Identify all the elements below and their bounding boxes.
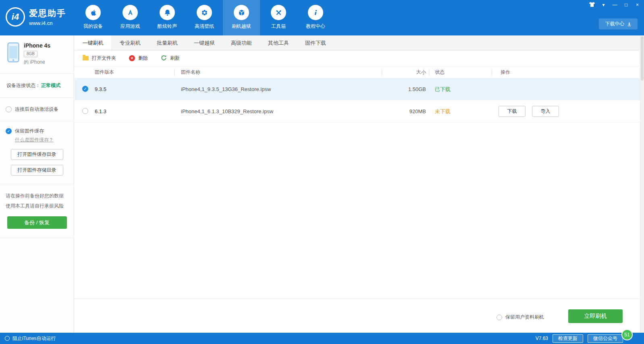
warning-section: 请在操作前备份好您的数据 使用本工具请自行承担风险 备份 / 恢复 — [0, 184, 74, 238]
nav-item-my-device[interactable]: 我的设备 — [75, 0, 112, 35]
block-itunes-label: 阻止iTunes自动运行 — [12, 335, 56, 342]
nav-item-flash-jailbreak[interactable]: 刷机越狱 — [223, 0, 260, 35]
logo-text: 爱思助手 www.i4.cn — [29, 8, 66, 26]
statusbar: 阻止iTunes自动运行 V7.63 检查更新 微信公众号 51 — [0, 333, 644, 344]
info-icon — [308, 5, 323, 20]
vertical-scrollbar[interactable] — [640, 35, 644, 333]
nav-item-apps-games[interactable]: 应用游戏 — [112, 0, 149, 35]
notification-badge[interactable]: 51 — [621, 329, 633, 340]
flash-footer: 保留用户资料刷机 立即刷机 — [75, 298, 640, 333]
row-version: 6.1.3 — [95, 100, 106, 122]
nav-item-toolbox[interactable]: 工具箱 — [260, 0, 297, 35]
iphone-device-icon — [7, 42, 19, 66]
cache-help-link[interactable]: 什么是固件缓存？ — [15, 137, 54, 143]
firmware-row-935[interactable]: ✓ 9.3.5 iPhone4,1_9.3.5_13G36_Restore.ip… — [75, 78, 640, 100]
row-filename: iPhone4,1_6.1.3_10B329_Restore.ipsw — [181, 100, 273, 122]
scrollbar-thumb[interactable] — [641, 36, 644, 81]
package-box-icon — [234, 5, 249, 20]
refresh-icon — [161, 55, 167, 62]
apple-icon — [85, 5, 101, 20]
delete-tool[interactable]: × 删除 — [129, 55, 148, 62]
keep-user-data-radio[interactable] — [497, 315, 502, 320]
block-itunes-option[interactable]: 阻止iTunes自动运行 — [5, 335, 56, 342]
tab-firmware-download[interactable]: 固件下载 — [297, 35, 334, 50]
nav-label-flash-jailbreak: 刷机越狱 — [232, 23, 251, 30]
theme-skin-icon[interactable] — [589, 2, 595, 8]
flash-now-button[interactable]: 立即刷机 — [568, 309, 623, 323]
app-window: i4 爱思助手 www.i4.cn 我的设备 应用游戏 — [0, 0, 644, 344]
nav-item-tutorials[interactable]: 教程中心 — [297, 0, 334, 35]
tab-one-key-flash[interactable]: 一键刷机 — [75, 35, 112, 50]
auto-activate-label: 连接后自动激活设备 — [15, 106, 58, 113]
nav-label-tutorials: 教程中心 — [306, 23, 325, 30]
app-url: www.i4.cn — [29, 20, 66, 26]
device-owner: 的 iPhone — [24, 59, 50, 66]
menu-dropdown-icon[interactable]: ▾ — [601, 2, 606, 8]
backup-restore-button[interactable]: 备份 / 恢复 — [7, 216, 67, 229]
keep-user-data-label: 保留用户资料刷机 — [505, 314, 544, 321]
table-header: 固件版本 固件名称 大小 状态 操作 — [75, 66, 640, 78]
nav-label-apps-games: 应用游戏 — [120, 23, 140, 30]
refresh-label: 刷新 — [170, 55, 180, 62]
wallpaper-flower-icon — [197, 5, 212, 20]
bell-icon — [160, 5, 175, 20]
folder-icon — [83, 56, 89, 60]
download-firmware-button[interactable]: 下载 — [499, 106, 526, 117]
import-firmware-button[interactable]: 导入 — [532, 106, 559, 117]
keep-cache-label: 保留固件缓存 — [15, 128, 44, 135]
open-folder-tool[interactable]: 打开文件夹 — [83, 55, 116, 62]
row-status-downloaded: 已下载 — [435, 78, 451, 100]
row-actions: 下载 导入 — [499, 106, 559, 117]
auto-activate-option[interactable]: 连接后自动激活设备 — [0, 98, 74, 121]
header-divider — [429, 69, 429, 76]
minimize-icon[interactable]: — — [612, 2, 617, 8]
row-status-not-downloaded: 未下载 — [435, 100, 451, 122]
download-center-label: 下载中心 — [605, 21, 625, 27]
header-operation: 操作 — [501, 66, 510, 78]
header-divider — [492, 69, 492, 76]
check-update-button[interactable]: 检查更新 — [553, 334, 583, 343]
row-size: 1.50GB — [382, 78, 426, 100]
refresh-tool[interactable]: 刷新 — [161, 55, 180, 62]
nav-item-ringtones[interactable]: 酷炫铃声 — [149, 0, 186, 35]
tab-advanced[interactable]: 高级功能 — [223, 35, 260, 50]
warning-line-2: 使用本工具请自行承担风险 — [6, 201, 68, 211]
maximize-icon[interactable]: □ — [623, 2, 629, 8]
keep-cache-radio-checked[interactable]: ✓ — [6, 128, 12, 134]
app-logo: i4 爱思助手 www.i4.cn — [6, 7, 66, 27]
connection-status-section: 设备连接状态：正常模式 — [0, 74, 74, 98]
header-divider — [174, 69, 175, 76]
open-storage-dir-button[interactable]: 打开固件存储目录 — [11, 165, 63, 176]
keep-cache-option[interactable]: ✓ 保留固件缓存 — [6, 128, 68, 135]
firmware-row-613[interactable]: 6.1.3 iPhone4,1_6.1.3_10B329_Restore.ips… — [75, 100, 640, 122]
delete-icon: × — [129, 55, 135, 61]
keep-user-data-option[interactable]: 保留用户资料刷机 — [497, 314, 544, 321]
row-radio-selected[interactable]: ✓ — [82, 86, 88, 92]
close-icon[interactable]: × — [635, 2, 640, 8]
device-name: iPhone 4s — [24, 42, 50, 49]
tab-one-key-jailbreak[interactable]: 一键越狱 — [186, 35, 223, 50]
sidebar: iPhone 4s 8GB 的 iPhone 设备连接状态：正常模式 连接后自动… — [0, 35, 74, 333]
wechat-official-button[interactable]: 微信公众号 — [588, 334, 623, 343]
open-cache-dir-button[interactable]: 打开固件缓存目录 — [11, 149, 63, 160]
firmware-cache-section: ✓ 保留固件缓存 什么是固件缓存？ 打开固件缓存目录 打开固件存储目录 — [0, 121, 74, 184]
download-center-button[interactable]: 下载中心 — [599, 19, 638, 29]
nav-item-wallpapers[interactable]: 高清壁纸 — [186, 0, 223, 35]
header-size: 大小 — [382, 66, 426, 78]
row-filename: iPhone4,1_9.3.5_13G36_Restore.ipsw — [181, 78, 271, 100]
tools-cross-icon — [271, 5, 286, 20]
block-itunes-radio[interactable] — [5, 336, 10, 341]
tab-pro-flash[interactable]: 专业刷机 — [112, 35, 149, 50]
row-radio-unselected[interactable] — [82, 108, 88, 114]
tab-batch-flash[interactable]: 批量刷机 — [149, 35, 186, 50]
tab-other-tools[interactable]: 其他工具 — [260, 35, 297, 50]
delete-label: 删除 — [138, 55, 148, 62]
header-status: 状态 — [435, 66, 445, 78]
auto-activate-radio[interactable] — [6, 106, 12, 112]
open-folder-label: 打开文件夹 — [92, 55, 116, 62]
download-icon — [627, 22, 632, 27]
appstore-icon — [123, 5, 138, 20]
app-version: V7.63 — [536, 336, 548, 341]
main-nav: 我的设备 应用游戏 酷炫铃声 高清壁纸 — [75, 0, 334, 35]
i4-logo-icon: i4 — [6, 7, 25, 27]
